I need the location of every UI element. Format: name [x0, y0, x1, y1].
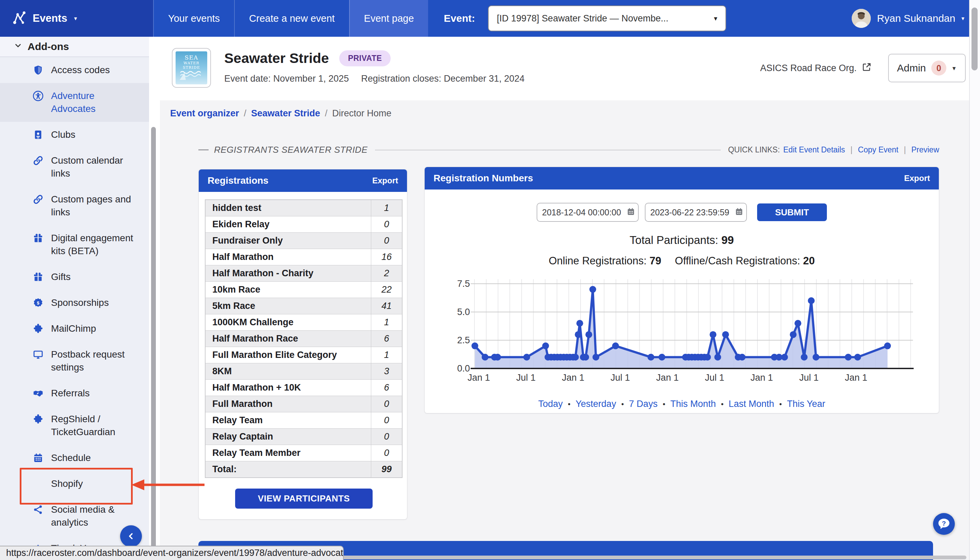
category-count: 1	[371, 200, 402, 216]
range-link-7-days[interactable]: 7 Days	[629, 399, 657, 409]
quick-link-copy-event[interactable]: Copy Event	[858, 145, 898, 155]
svg-text:5.0: 5.0	[457, 307, 470, 317]
registration-numbers-header: Registration Numbers Export	[425, 167, 939, 190]
category-count: 0	[371, 233, 402, 249]
sidebar-item-sponsorships[interactable]: $Sponsorships	[0, 290, 149, 316]
breadcrumb-event-organizer[interactable]: Event organizer	[170, 108, 239, 119]
category-count: 41	[371, 298, 402, 314]
category-count: 0	[371, 429, 402, 445]
app-root: Events ▾ Your eventsCreate a new eventEv…	[0, 0, 980, 560]
sidebar-scrollbar[interactable]	[151, 127, 156, 560]
avatar	[852, 9, 871, 28]
sidebar-item-postback-request-settings[interactable]: Postback request settings	[0, 342, 149, 380]
breadcrumb-seawater-stride[interactable]: Seawater Stride	[251, 108, 320, 119]
link-separator: •	[568, 400, 571, 408]
range-link-this-year[interactable]: This Year	[787, 399, 825, 409]
date-to-input[interactable]	[645, 203, 747, 222]
sidebar-item-access-codes[interactable]: Access codes	[0, 57, 149, 83]
table-row-fundraiser-only: Fundraiser Only0	[205, 233, 402, 249]
organizer-link[interactable]: ASICS Road Race Org.	[760, 60, 872, 75]
sidebar-section-addons[interactable]: Add-ons	[0, 37, 149, 57]
sidebar-collapse-button[interactable]	[120, 525, 142, 547]
svg-text:Jan 1: Jan 1	[656, 373, 678, 383]
category-label: Relay Team	[205, 415, 371, 426]
sidebar-item-referrals[interactable]: Referrals	[0, 380, 149, 406]
sidebar-item-adventure-advocates[interactable]: Adventure Advocates	[0, 83, 149, 122]
category-count: 1	[371, 347, 402, 363]
quick-link-preview[interactable]: Preview	[911, 145, 939, 155]
event-label: Event:	[444, 0, 475, 37]
breadcrumb-director-home: Director Home	[332, 108, 391, 119]
sidebar-item-custom-pages-and-links[interactable]: Custom pages and links	[0, 187, 149, 225]
svg-text:Jan 1: Jan 1	[468, 373, 490, 383]
brand[interactable]: Events ▾	[0, 0, 153, 37]
nav-item-event-page[interactable]: Event page	[349, 0, 428, 37]
event-logo: SEA WATER STRIDE	[172, 48, 211, 88]
svg-text:Jul 1: Jul 1	[610, 373, 630, 383]
admin-dropdown[interactable]: Admin 0 ▾	[888, 54, 966, 82]
sidebar-item-digital-engagement-kits-beta[interactable]: Digital engagement kits (BETA)	[0, 225, 149, 264]
table-row-10km-race: 10km Race22	[205, 282, 402, 298]
chevron-down-icon	[13, 41, 22, 52]
event-selector[interactable]: [ID 19978] Seawater Stride — Novembe... …	[488, 5, 726, 31]
user-name: Ryan Suknandan	[877, 13, 955, 24]
link-icon	[33, 155, 44, 167]
nav-item-your-events[interactable]: Your events	[153, 0, 234, 37]
sidebar-item-clubs[interactable]: Clubs	[0, 122, 149, 148]
main-scrollbar-thumb[interactable]	[972, 7, 978, 70]
handshake-icon	[33, 388, 44, 399]
registration-numbers-export-link[interactable]: Export	[904, 173, 930, 183]
event-logo-poster: SEA WATER STRIDE	[176, 52, 207, 84]
sidebar-item-mailchimp[interactable]: MailChimp	[0, 316, 149, 342]
registrations-panel: Registrations Export hidden test1Ekiden …	[198, 169, 407, 520]
sidebar-item-label: MailChimp	[51, 322, 137, 335]
svg-text:$: $	[37, 300, 40, 305]
organizer-name: ASICS Road Race Org.	[760, 63, 857, 73]
sidebar-item-label: Social media & analytics	[51, 503, 137, 529]
svg-text:Jul 1: Jul 1	[799, 373, 819, 383]
range-link-last-month[interactable]: Last Month	[728, 399, 774, 409]
sidebar-item-label: Schedule	[51, 452, 137, 464]
table-row-total: Total:99	[205, 461, 402, 477]
category-label: hidden test	[205, 203, 371, 213]
admin-count-badge: 0	[931, 60, 946, 75]
chevron-down-icon: ▾	[961, 15, 964, 22]
view-participants-button[interactable]: VIEW PARTICIPANTS	[235, 488, 373, 508]
sidebar-item-schedule[interactable]: Schedule	[0, 445, 149, 471]
category-label: 10km Race	[205, 284, 371, 295]
help-button[interactable]: ?	[933, 513, 955, 535]
main-scrollbar-track[interactable]	[969, 0, 980, 560]
sidebar-item-label: Digital engagement kits (BETA)	[51, 232, 137, 258]
range-link-today[interactable]: Today	[538, 399, 563, 409]
table-row-full-marathon-elite-category: Full Marathon Elite Category1	[205, 347, 402, 363]
category-label: Ekiden Relay	[205, 219, 371, 230]
sidebar-item-gifts[interactable]: Gifts	[0, 264, 149, 290]
user-menu[interactable]: Ryan Suknandan ▾	[852, 0, 964, 37]
category-label: Half Marathon	[205, 252, 371, 262]
sidebar-item-label: Custom pages and links	[51, 193, 137, 219]
table-row-relay-team: Relay Team0	[205, 412, 402, 429]
category-count: 0	[371, 217, 402, 232]
online-offline-stats: Online Registrations: 79 Offline/Cash Re…	[425, 255, 939, 267]
registrations-export-link[interactable]: Export	[372, 176, 398, 185]
nav-item-create-a-new-event[interactable]: Create a new event	[234, 0, 349, 37]
quick-link-edit-event-details[interactable]: Edit Event Details	[783, 145, 845, 155]
table-row-5km-race: 5km Race41	[205, 298, 402, 314]
total-label: Total:	[205, 464, 371, 475]
registrations-header: Registrations Export	[199, 170, 407, 192]
sidebar-item-custom-calendar-links[interactable]: Custom calendar links	[0, 148, 149, 187]
logo-line: STRIDE	[183, 65, 200, 70]
link-separator: •	[779, 400, 782, 408]
brand-label: Events	[33, 12, 67, 25]
quick-links-label: QUICK LINKS:	[728, 145, 780, 155]
category-label: Half Marathon Race	[205, 333, 371, 344]
id-card-icon	[33, 129, 44, 141]
range-link-this-month[interactable]: This Month	[670, 399, 716, 409]
range-link-yesterday[interactable]: Yesterday	[576, 399, 616, 409]
date-from-input[interactable]	[537, 203, 639, 222]
table-row-8km: 8KM3	[205, 363, 402, 380]
submit-button[interactable]: SUBMIT	[757, 203, 827, 221]
registrations-title: Registrations	[208, 175, 268, 186]
sidebar-item-regshield-ticketguardian[interactable]: RegShield / TicketGuardian	[0, 406, 149, 445]
total-participants: Total Participants: 99	[425, 234, 939, 247]
